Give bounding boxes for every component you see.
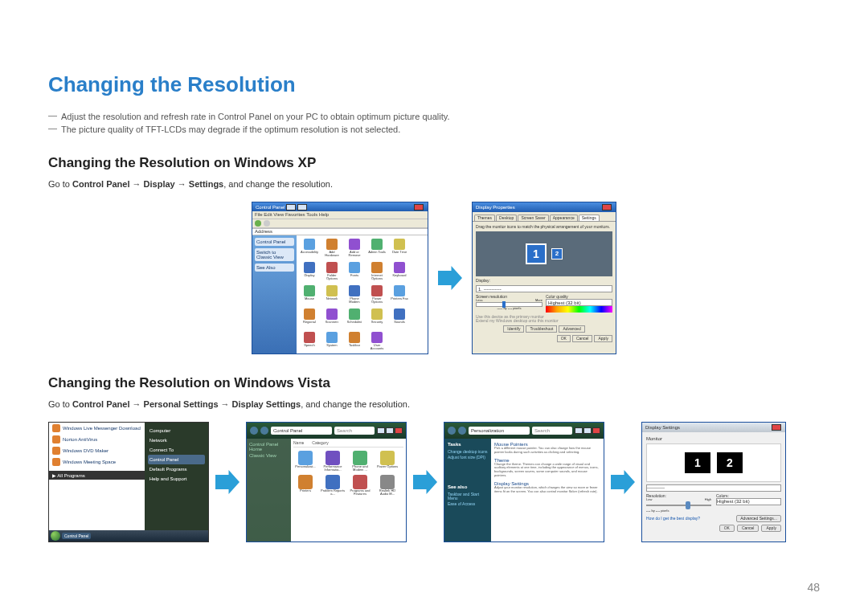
cancel-button[interactable]: Cancel <box>572 335 593 342</box>
close-button[interactable] <box>395 427 403 434</box>
color-quality-dropdown[interactable]: Highest (32 bit) <box>546 299 612 306</box>
colors-dropdown[interactable]: Highest (32 bit) <box>716 498 781 505</box>
cp-icon[interactable]: Personalizat... <box>293 451 317 472</box>
forward-icon[interactable] <box>458 427 466 435</box>
cp-icon[interactable]: Printers Fax <box>390 285 409 304</box>
cp-icon[interactable]: Realtek HD Audio M... <box>375 475 399 496</box>
forward-icon[interactable] <box>264 220 270 227</box>
close-button[interactable] <box>602 204 612 210</box>
cp-icon[interactable]: Regional <box>300 309 319 327</box>
maximize-button[interactable] <box>297 204 307 210</box>
cp-icon[interactable]: Power Options <box>367 285 387 304</box>
cp-icon[interactable]: Sounds <box>390 309 409 327</box>
cp-icon[interactable]: Problem Reports a... <box>321 475 345 496</box>
minimize-button[interactable] <box>377 427 385 434</box>
section-display[interactable]: Display Settings Adjust your monitor res… <box>494 481 600 494</box>
vista-ds-display-dropdown[interactable]: ----------- <box>646 484 781 492</box>
tab-screen-saver[interactable]: Screen Saver <box>518 215 548 221</box>
start-right-item[interactable]: Connect To <box>148 445 205 455</box>
start-right-item[interactable]: Default Programs <box>148 464 205 474</box>
start-orb-icon[interactable] <box>51 531 60 541</box>
cb-extend[interactable]: Extend my Windows desktop onto this moni… <box>476 319 612 323</box>
start-right-item[interactable]: Network <box>148 435 205 445</box>
tab-themes[interactable]: Themes <box>474 215 495 221</box>
xp-dp-display-dropdown[interactable]: 1. ----------- <box>476 285 612 292</box>
start-menu-item[interactable]: Windows DVD Maker <box>49 445 145 456</box>
cp-icon[interactable]: Fonts <box>345 262 364 280</box>
cp-icon[interactable]: Internet Options <box>367 262 387 280</box>
vista-cp-search[interactable]: Search <box>334 427 375 435</box>
apply-button[interactable]: Apply <box>761 525 781 532</box>
maximize-button[interactable] <box>583 427 592 434</box>
cp-icon[interactable]: Display <box>300 262 319 280</box>
start-right-item[interactable]: Control Panel <box>148 455 205 464</box>
cp-icon[interactable]: Date Time <box>390 239 409 257</box>
xp-cp-addressbar[interactable]: Address <box>252 228 428 235</box>
cp-icon[interactable]: Programs and Features <box>348 475 372 496</box>
cp-icon[interactable]: Speech <box>300 332 319 350</box>
vista-pers-search[interactable]: Search <box>532 427 572 435</box>
monitor-2[interactable]: 2 <box>551 248 563 260</box>
ok-button[interactable]: OK <box>557 335 571 342</box>
cp-icon[interactable]: Taskbar <box>345 332 364 350</box>
xp-cp-menubar[interactable]: File Edit View Favorites Tools Help <box>252 211 428 219</box>
start-menu-item[interactable]: Windows Meeting Space <box>49 456 145 468</box>
vista-ds-tab[interactable]: Monitor <box>646 436 781 441</box>
cp-icon[interactable]: Scheduled <box>345 309 364 327</box>
link-desktop-icons[interactable]: Change desktop icons <box>448 449 488 455</box>
cp-icon[interactable]: Folder Options <box>322 262 342 280</box>
section-mouse[interactable]: Mouse Pointers Pick a different mouse po… <box>494 442 600 455</box>
sidebar-switch-view[interactable]: Switch to Classic View <box>255 248 294 261</box>
troubleshoot-button[interactable]: Troubleshoot <box>526 325 557 333</box>
tab-desktop[interactable]: Desktop <box>496 215 517 221</box>
cp-icon[interactable]: Power Options <box>375 451 399 472</box>
monitor-1[interactable]: 1 <box>526 243 547 264</box>
minimize-button[interactable] <box>575 427 583 434</box>
cp-icon[interactable]: Phone Modem <box>345 285 364 304</box>
cp-icon[interactable]: Printers <box>293 475 317 496</box>
cp-icon[interactable]: Admin Tools <box>367 239 387 257</box>
advanced-settings-button[interactable]: Advanced Settings... <box>736 515 781 522</box>
resolution-slider[interactable] <box>646 501 711 509</box>
cancel-button[interactable]: Cancel <box>737 525 760 532</box>
section-theme[interactable]: Theme Change the theme. Themes can chang… <box>494 458 600 478</box>
ok-button[interactable]: OK <box>719 525 735 532</box>
taskbar-button-cp[interactable]: Control Panel <box>62 533 91 539</box>
start-menu-item[interactable]: Windows Live Messenger Download <box>49 423 145 434</box>
apply-button[interactable]: Apply <box>594 335 612 342</box>
vista-cp-addressbar[interactable]: Control Panel <box>271 427 332 435</box>
cp-icon[interactable]: Performance Informatio... <box>321 451 345 472</box>
cp-icon[interactable]: Security <box>367 309 387 327</box>
xp-cp-toolbar[interactable] <box>252 219 428 228</box>
cp-icon[interactable]: Accessibility <box>300 239 319 257</box>
forward-icon[interactable] <box>260 427 268 435</box>
vista-pers-addressbar[interactable]: Personalization <box>469 427 530 435</box>
cp-icon[interactable]: Add or Remove <box>345 239 364 257</box>
monitor-2[interactable]: 2 <box>717 452 743 473</box>
cp-icon[interactable]: System <box>322 332 342 350</box>
help-link[interactable]: How do I get the best display? <box>646 517 700 521</box>
close-button[interactable] <box>414 204 424 210</box>
back-icon[interactable] <box>250 427 258 435</box>
xp-dp-monitor-preview[interactable]: 1 2 <box>476 231 612 276</box>
back-icon[interactable] <box>255 220 261 227</box>
sidebar-cp-home[interactable]: Control Panel Home <box>249 441 289 452</box>
cp-icon[interactable]: User Accounts <box>367 332 387 350</box>
vista-ds-monitor-preview[interactable]: 1 2 <box>646 443 781 482</box>
back-icon[interactable] <box>448 427 456 435</box>
link-font-size[interactable]: Adjust font size (DPI) <box>448 455 488 460</box>
start-right-item[interactable]: Computer <box>148 426 205 435</box>
identify-button[interactable]: Identify <box>503 325 524 333</box>
cp-icon[interactable]: Keyboard <box>390 262 409 280</box>
close-button[interactable] <box>772 424 781 431</box>
col-category[interactable]: Category <box>312 441 328 445</box>
col-name[interactable]: Name <box>293 441 304 445</box>
advanced-button[interactable]: Advanced <box>559 325 584 333</box>
cp-icon[interactable]: Network <box>322 285 342 304</box>
tab-settings[interactable]: Settings <box>579 215 600 221</box>
monitor-1[interactable]: 1 <box>685 452 710 473</box>
link-taskbar[interactable]: Taskbar and Start Menu <box>448 492 488 501</box>
tab-appearance[interactable]: Appearance <box>550 215 578 221</box>
start-menu-item[interactable]: Norton AntiVirus <box>49 434 145 445</box>
resolution-slider[interactable] <box>476 302 542 307</box>
